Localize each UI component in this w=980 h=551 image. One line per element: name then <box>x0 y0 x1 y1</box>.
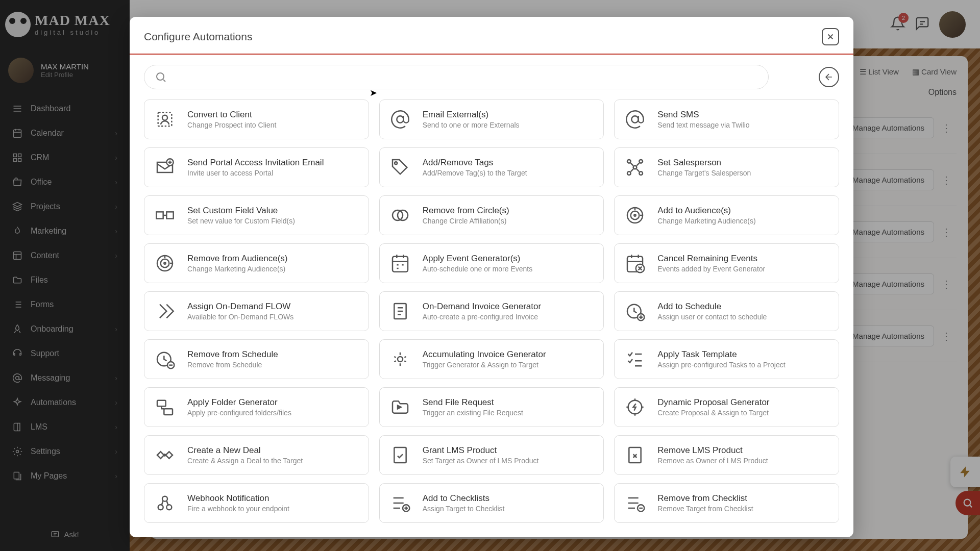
card-title: Create a New Deal <box>187 445 303 456</box>
automation-card-add-remove-tags[interactable]: Add/Remove TagsAdd/Remove Tag(s) to the … <box>379 147 604 187</box>
gear-bolt-icon <box>624 396 646 418</box>
invoice-icon <box>389 300 411 322</box>
card-title: Set Salesperson <box>657 158 751 168</box>
automation-cards-grid: Convert to ClientChange Prospect into Cl… <box>144 99 839 523</box>
automation-card-remove-from-schedule[interactable]: Remove from ScheduleRemove from Schedule <box>144 339 369 379</box>
configure-automations-modal: Configure Automations Convert to ClientC… <box>130 17 853 537</box>
search-icon <box>155 71 167 83</box>
card-description: Available for On-Demand FLOWs <box>187 313 293 321</box>
card-title: Add to Checklists <box>423 493 505 504</box>
card-description: Events added by Event Generator <box>657 265 765 273</box>
folder-tree-icon <box>154 396 176 418</box>
search-input[interactable] <box>174 72 758 82</box>
at-icon <box>624 108 646 131</box>
automation-card-remove-from-audience-s-[interactable]: Remove from Audience(s)Change Marketing … <box>144 243 369 283</box>
svg-rect-45 <box>394 447 406 463</box>
automation-card-dynamic-proposal-generator[interactable]: Dynamic Proposal GeneratorCreate Proposa… <box>614 387 839 427</box>
card-description: Remove Target from Checklist <box>657 505 753 513</box>
automation-card-remove-from-checklist[interactable]: Remove from ChecklistRemove Target from … <box>614 483 839 523</box>
automation-card-convert-to-client[interactable]: Convert to ClientChange Prospect into Cl… <box>144 99 369 139</box>
card-description: Fire a webhook to your endpoint <box>187 505 289 513</box>
card-description: Assign Target to Checklist <box>423 505 505 513</box>
svg-point-41 <box>398 357 403 362</box>
doc-check-icon <box>389 444 411 466</box>
svg-point-17 <box>395 162 397 164</box>
automation-card-assign-on-demand-flow[interactable]: Assign On-Demand FLOWAvailable for On-De… <box>144 291 369 331</box>
svg-point-14 <box>397 116 403 122</box>
card-title: Webhook Notification <box>187 493 289 504</box>
automation-card-send-portal-access-invitation-email[interactable]: Send Portal Access Invitation EmailInvit… <box>144 147 369 187</box>
automation-card-remove-lms-product[interactable]: Remove LMS ProductRemove as Owner of LMS… <box>614 435 839 475</box>
card-title: Accumulating Invoice Generator <box>423 349 546 360</box>
card-description: Change Target's Salesperson <box>657 169 751 177</box>
card-title: Apply Folder Generator <box>187 397 291 408</box>
card-title: Apply Task Template <box>657 349 785 360</box>
chevrons-icon <box>154 300 176 322</box>
automation-card-accumulating-invoice-generator[interactable]: Accumulating Invoice GeneratorTrigger Ge… <box>379 339 604 379</box>
card-title: Email External(s) <box>423 110 520 120</box>
card-title: Set Custom Field Value <box>187 206 295 216</box>
card-title: Assign On-Demand FLOW <box>187 302 293 312</box>
automation-card-apply-task-template[interactable]: Apply Task TemplateAssign pre-configured… <box>614 339 839 379</box>
back-button[interactable] <box>819 67 839 87</box>
automation-card-send-file-request[interactable]: Send File RequestTrigger an existing Fil… <box>379 387 604 427</box>
clock-minus-icon <box>154 348 176 370</box>
automation-card-remove-from-circle-s-[interactable]: Remove from Circle(s)Change Circle Affil… <box>379 195 604 235</box>
card-title: Grant LMS Product <box>423 445 539 456</box>
card-title: On-Demand Invoice Generator <box>423 302 541 312</box>
card-description: Trigger Generator & Assign to Target <box>423 361 546 369</box>
card-description: Change Marketing Audience(s) <box>187 265 288 273</box>
automation-card-add-to-schedule[interactable]: Add to ScheduleAssign user or contact to… <box>614 291 839 331</box>
card-description: Set Target as Owner of LMS Product <box>423 457 539 465</box>
card-title: Send SMS <box>657 110 749 120</box>
automation-card-apply-folder-generator[interactable]: Apply Folder GeneratorApply pre-configur… <box>144 387 369 427</box>
calendar-x-icon <box>624 252 646 274</box>
automation-card-add-to-audience-s-[interactable]: Add to Audience(s)Change Marketing Audie… <box>614 195 839 235</box>
automation-card-apply-event-generator-s-[interactable]: Apply Event Generator(s)Auto-schedule on… <box>379 243 604 283</box>
automation-card-webhook-notification[interactable]: Webhook NotificationFire a webhook to yo… <box>144 483 369 523</box>
card-description: Remove from Schedule <box>187 361 278 369</box>
card-title: Send File Request <box>423 397 523 408</box>
automation-card-set-salesperson[interactable]: Set SalespersonChange Target's Salespers… <box>614 147 839 187</box>
card-title: Remove from Audience(s) <box>187 254 288 264</box>
card-description: Add/Remove Tag(s) to the Target <box>423 169 527 177</box>
card-description: Change Marketing Audience(s) <box>657 217 755 225</box>
svg-point-19 <box>640 160 643 163</box>
clock-plus-icon <box>624 300 646 322</box>
card-title: Remove LMS Product <box>657 445 768 456</box>
card-description: Auto-create a pre-configured Invoice <box>423 313 541 321</box>
card-title: Remove from Checklist <box>657 493 753 504</box>
automation-card-set-custom-field-value[interactable]: Set Custom Field ValueSet new value for … <box>144 195 369 235</box>
svg-point-11 <box>157 73 164 80</box>
automation-card-create-a-new-deal[interactable]: Create a New DealCreate & Assign a Deal … <box>144 435 369 475</box>
automation-card-on-demand-invoice-generator[interactable]: On-Demand Invoice GeneratorAuto-create a… <box>379 291 604 331</box>
card-description: Set new value for Custom Field(s) <box>187 217 295 225</box>
automation-card-grant-lms-product[interactable]: Grant LMS ProductSet Target as Owner of … <box>379 435 604 475</box>
automation-card-send-sms[interactable]: Send SMSSend text message via Twilio <box>614 99 839 139</box>
svg-rect-33 <box>393 257 408 272</box>
card-description: Create Proposal & Assign to Target <box>657 409 769 417</box>
card-description: Change Prospect into Client <box>187 121 276 129</box>
card-description: Assign user or contact to schedule <box>657 313 767 321</box>
automation-card-email-external-s-[interactable]: Email External(s)Send to one or more Ext… <box>379 99 604 139</box>
modal-title: Configure Automations <box>144 31 252 43</box>
card-title: Remove from Schedule <box>187 349 278 360</box>
svg-point-47 <box>158 505 163 510</box>
svg-point-21 <box>640 171 643 175</box>
automation-card-add-to-checklists[interactable]: Add to ChecklistsAssign Target to Checkl… <box>379 483 604 523</box>
field-icon <box>154 204 176 227</box>
card-title: Add to Schedule <box>657 302 767 312</box>
card-description: Send text message via Twilio <box>657 121 749 129</box>
target-icon <box>624 204 646 227</box>
circles-icon <box>389 204 411 227</box>
card-description: Assign pre-configured Tasks to a Project <box>657 361 785 369</box>
user-convert-icon <box>154 108 176 131</box>
at-icon <box>389 108 411 131</box>
card-title: Send Portal Access Invitation Email <box>187 158 324 168</box>
automation-card-cancel-remaining-events[interactable]: Cancel Remaining EventsEvents added by E… <box>614 243 839 283</box>
close-button[interactable] <box>822 28 839 45</box>
svg-point-32 <box>164 262 165 264</box>
card-title: Remove from Circle(s) <box>423 206 509 216</box>
handshake-icon <box>154 444 176 466</box>
search-box[interactable] <box>144 65 769 89</box>
